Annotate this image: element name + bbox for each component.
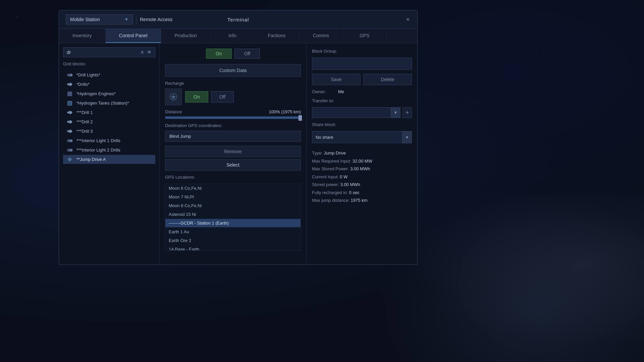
main-on-button[interactable]: On [206, 49, 232, 59]
block-item-jump-drive-a[interactable]: **Jump Drive A [63, 155, 155, 164]
type-info: Type: Jump Drive Max Required Input: 32.… [312, 150, 412, 204]
gps-destination-section: Destination GPS coordinates: Blind Jump [165, 123, 301, 142]
type-val-max-jump: 1975 km [351, 198, 368, 203]
search-input[interactable] [67, 50, 138, 55]
title-bar: Mobile Station ▼ Remote Access Terminal … [59, 10, 417, 29]
close-button[interactable]: × [404, 15, 412, 23]
owner-label: Owner: [312, 89, 335, 94]
gps-item-earth1au[interactable]: Earth 1 Au [165, 228, 301, 236]
search-clear-button[interactable]: ✕ [140, 50, 144, 55]
title-divider [136, 15, 137, 24]
gps-item-asteroid15[interactable]: Asteroid 15 Ni [165, 210, 301, 219]
drill-icon [66, 110, 73, 115]
light-icon [66, 138, 73, 143]
tab-production[interactable]: Production [161, 29, 211, 43]
drill-icon [66, 82, 73, 87]
type-val-stored-power: 3.00 MWh [340, 182, 360, 187]
block-group-label: Block Group: [312, 49, 412, 54]
tab-info[interactable]: Info [211, 29, 254, 43]
station-dropdown-arrow: ▼ [124, 17, 128, 22]
gps-destination-label: Destination GPS coordinates: [165, 123, 301, 128]
distance-fill [165, 117, 301, 119]
gps-item-1a-base-earth[interactable]: 1A Base - Earth [165, 245, 301, 251]
recharge-label: Recharge [165, 81, 301, 86]
engine-icon [66, 92, 73, 96]
drill-icon [66, 120, 73, 124]
type-row-stored-power: Stored power: 3.00 MWh [312, 181, 412, 188]
terminal-window: Mobile Station ▼ Remote Access Terminal … [59, 10, 418, 265]
terminal-title: Terminal [227, 17, 249, 22]
block-item-interior-light1[interactable]: ***Interior Light 1 Drills [63, 136, 155, 145]
gps-destination-value: Blind Jump [165, 131, 301, 142]
gps-item-gcdr-station1[interactable]: --------GCDR - Station 1 (Earth) [165, 219, 301, 227]
station-selector[interactable]: Mobile Station ▼ [66, 14, 133, 24]
recharge-off-button[interactable]: Off [211, 91, 234, 103]
tab-inventory[interactable]: Inventory [59, 29, 106, 43]
type-val-type: Jump Drive [324, 150, 346, 156]
type-row-max-input: Max Required Input: 32.00 MW [312, 158, 412, 165]
transfer-label: Transfer to: [312, 98, 412, 103]
block-item-drill-lights[interactable]: *Drill Lights* [63, 70, 155, 79]
block-item-interior-light2[interactable]: ***Interior Light 2 Drills [63, 145, 155, 155]
tab-factions[interactable]: Factions [254, 29, 299, 43]
remove-button[interactable]: Remove [165, 146, 301, 157]
save-button[interactable]: Save [312, 74, 361, 85]
type-row-fully-recharged: Fully recharged in: 0 sec [312, 189, 412, 196]
block-item-drill1[interactable]: ***Drill 1 [63, 108, 155, 117]
block-item-hydrogen-engines[interactable]: *Hydrogen Engines* [63, 89, 155, 98]
gps-item-moon7[interactable]: Moon 7 Ni,Pt [165, 193, 301, 201]
distance-section: Distance 100% (1975 km) [165, 109, 301, 119]
station-name: Mobile Station [70, 17, 100, 22]
share-dropdown-arrow[interactable]: ▼ [402, 131, 412, 143]
add-transfer-button[interactable]: + [402, 107, 412, 118]
right-panel: Block Group: Save Delete Owner: Me Trans… [307, 43, 417, 263]
type-val-max-input: 32.00 MW [353, 159, 372, 164]
share-dropdown[interactable]: No share ▼ [312, 131, 412, 143]
distance-slider[interactable] [165, 116, 301, 119]
drill-icon [66, 129, 73, 134]
delete-button[interactable]: Delete [363, 74, 412, 85]
type-key-fully-recharged: Fully recharged in: [312, 190, 349, 195]
block-item-hydrogen-tanks[interactable]: *Hydrogen Tanks (Station)* [63, 99, 155, 108]
tab-gps[interactable]: GPS [343, 29, 386, 43]
block-list: *Drill Lights* *Drills* *Hydrogen Engine… [63, 70, 155, 164]
gps-item-moon6[interactable]: Moon 6 Co,Fe,Ni [165, 184, 301, 192]
select-button[interactable]: Select [165, 159, 301, 171]
transfer-dropdown[interactable]: ▼ [312, 107, 400, 118]
on-off-row: On Off [165, 49, 301, 59]
type-key-max-stored: Max Stored Power: [312, 166, 350, 171]
gps-item-moon8[interactable]: Moon 8 Co,Fe,Ni [165, 201, 301, 210]
main-off-button[interactable]: Off [234, 49, 260, 59]
transfer-dropdown-arrow[interactable]: ▼ [391, 108, 400, 118]
share-label: Share block: [312, 122, 412, 127]
block-item-drill3[interactable]: ***Drill 3 [63, 127, 155, 136]
distance-value: 100% (1975 km) [269, 109, 301, 114]
distance-thumb [299, 115, 302, 121]
remote-access-label[interactable]: Remote Access [140, 17, 172, 22]
tab-comms[interactable]: Comms [299, 29, 343, 43]
distance-label: Distance [165, 109, 182, 114]
left-panel: ✕ 👁 Grid blocks: *Drill Lights* *Drills*… [59, 43, 160, 263]
search-eye-button[interactable]: 👁 [147, 50, 152, 55]
share-value: No share [316, 135, 408, 140]
recharge-on-button[interactable]: On [185, 91, 208, 103]
search-bar: ✕ 👁 [63, 47, 155, 57]
type-key-max-jump: Max jump distance: [312, 198, 351, 203]
content-area: ✕ 👁 Grid blocks: *Drill Lights* *Drills*… [59, 43, 417, 263]
save-delete-row: Save Delete [312, 74, 412, 85]
type-key-max-input: Max Required Input: [312, 159, 353, 164]
custom-data-button[interactable]: Custom Data [165, 64, 301, 77]
grid-blocks-label: Grid blocks: [63, 60, 155, 68]
type-val-current-input: 0 W [340, 174, 347, 179]
tank-icon [66, 101, 73, 106]
gps-item-earth-ore2[interactable]: Earth Ore 2 [165, 236, 301, 245]
block-item-drills[interactable]: *Drills* [63, 80, 155, 89]
distance-header: Distance 100% (1975 km) [165, 109, 301, 114]
jump-drive-icon [66, 157, 73, 162]
block-group-input[interactable] [312, 58, 412, 70]
gps-locations-label: GPS Locations [165, 175, 301, 180]
tab-control-panel[interactable]: Control Panel [106, 29, 161, 43]
block-item-drill2[interactable]: ***Drill 2 [63, 117, 155, 126]
tab-bar: Inventory Control Panel Production Info … [59, 29, 417, 43]
light-icon [66, 148, 73, 153]
